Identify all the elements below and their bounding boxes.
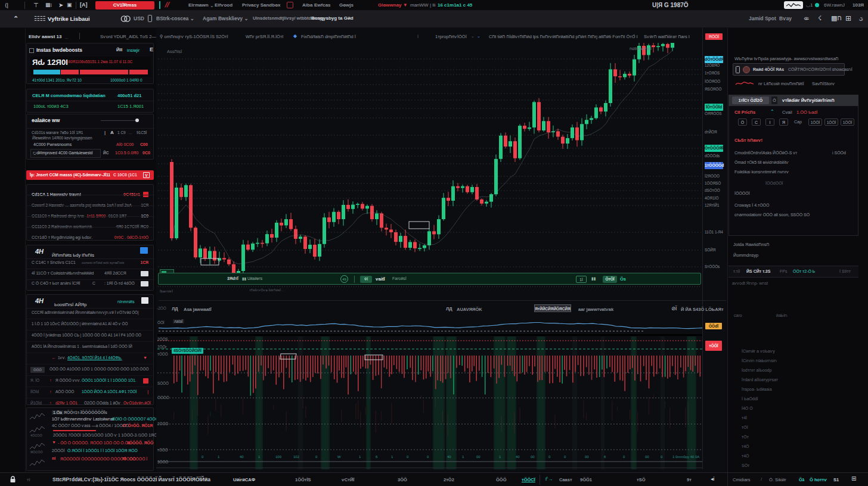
svg-text:6: 6 [376,455,378,459]
svg-text:0: 0 [407,455,409,459]
svg-text:W: W [337,455,341,459]
svg-text:00: 00 [645,455,649,459]
svg-text:00: 00 [585,455,589,459]
svg-text:100: 100 [275,455,282,459]
svg-text:40: 40 [516,455,520,459]
svg-text:1: 1 [218,455,220,459]
svg-text:6: 6 [604,455,606,459]
svg-text:0: 0 [202,455,204,459]
svg-text:40: 40 [240,455,244,459]
svg-text:0: 0 [548,455,551,459]
svg-text:102: 102 [293,455,300,459]
svg-text:1: 1 [462,455,464,459]
svg-text:00: 00 [531,455,535,459]
svg-text:1 0mm0py 40 0A: 1 0mm0py 40 0A [672,455,699,459]
svg-text:חоtחӥwѵагЇ: חоtחӥwѵагЇ [630,46,652,51]
svg-text:0: 0 [623,455,625,459]
svg-text:1: 1 [391,455,393,459]
svg-text:0: 0 [427,455,429,459]
svg-text:40: 40 [447,455,451,459]
svg-text:00: 00 [476,455,480,459]
svg-text:1: 1 [359,455,361,459]
svg-text:0: 0 [315,455,318,459]
svg-text:0: 0 [564,455,566,459]
